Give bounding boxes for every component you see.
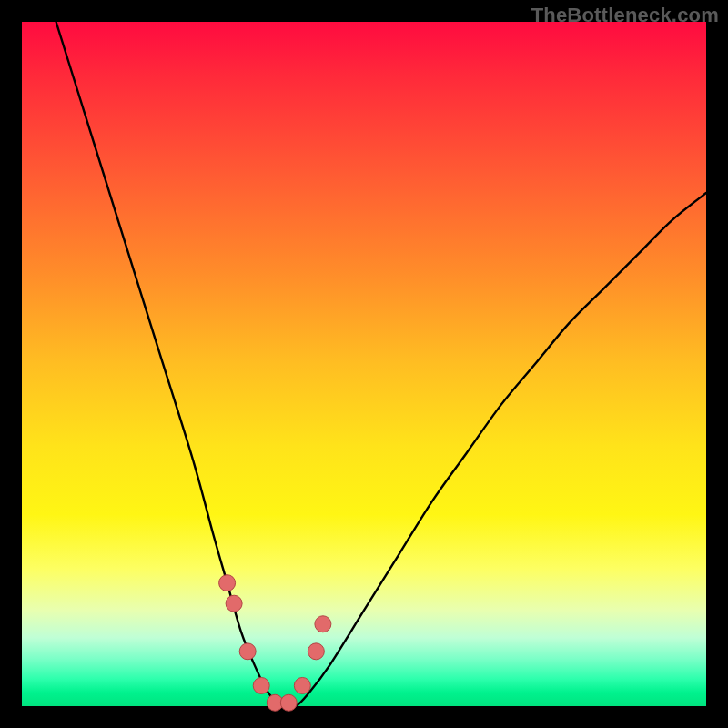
marker-point [315, 616, 331, 632]
curve-layer [22, 22, 706, 706]
marker-point [308, 643, 324, 660]
marker-point [280, 694, 297, 711]
marker-group [219, 575, 331, 712]
watermark-text: TheBottleneck.com [531, 4, 719, 27]
chart-frame: TheBottleneck.com [0, 0, 728, 728]
marker-point [226, 595, 242, 612]
marker-point [294, 677, 310, 693]
bottleneck-curve [56, 22, 706, 708]
marker-point [239, 643, 256, 660]
marker-point [253, 677, 269, 693]
marker-point [219, 575, 236, 592]
plot-area [22, 22, 706, 706]
